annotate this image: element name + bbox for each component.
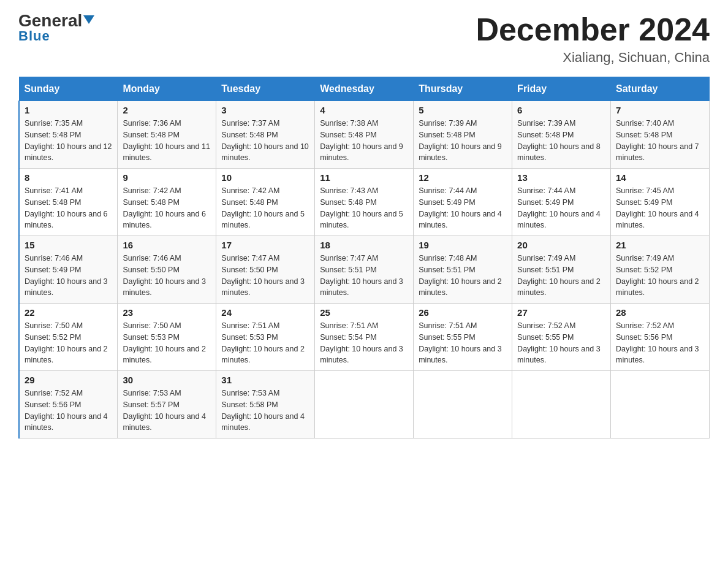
header-friday: Friday: [512, 77, 611, 101]
day-number: 26: [419, 307, 507, 318]
calendar-week-row: 29Sunrise: 7:52 AMSunset: 5:56 PMDayligh…: [19, 371, 710, 439]
day-info: Sunrise: 7:47 AMSunset: 5:50 PMDaylight:…: [221, 253, 309, 299]
table-row: [315, 371, 414, 439]
day-info: Sunrise: 7:52 AMSunset: 5:55 PMDaylight:…: [517, 320, 605, 366]
calendar-week-row: 8Sunrise: 7:41 AMSunset: 5:48 PMDaylight…: [19, 169, 710, 236]
day-number: 24: [221, 307, 309, 318]
day-number: 6: [517, 105, 605, 115]
day-info: Sunrise: 7:37 AMSunset: 5:48 PMDaylight:…: [221, 118, 309, 164]
day-number: 12: [419, 172, 507, 183]
day-info: Sunrise: 7:39 AMSunset: 5:48 PMDaylight:…: [517, 118, 605, 164]
day-number: 14: [616, 172, 704, 183]
day-number: 23: [123, 307, 211, 318]
calendar-title: December 2024: [476, 12, 710, 47]
table-row: 5Sunrise: 7:39 AMSunset: 5:48 PMDaylight…: [414, 101, 512, 169]
day-info: Sunrise: 7:38 AMSunset: 5:48 PMDaylight:…: [320, 118, 408, 164]
day-number: 10: [221, 172, 309, 183]
table-row: 4Sunrise: 7:38 AMSunset: 5:48 PMDaylight…: [315, 101, 414, 169]
table-row: 7Sunrise: 7:40 AMSunset: 5:48 PMDaylight…: [611, 101, 710, 169]
day-info: Sunrise: 7:53 AMSunset: 5:58 PMDaylight:…: [221, 388, 309, 434]
day-info: Sunrise: 7:48 AMSunset: 5:51 PMDaylight:…: [419, 253, 507, 299]
day-number: 16: [123, 240, 211, 250]
table-row: 26Sunrise: 7:51 AMSunset: 5:55 PMDayligh…: [414, 304, 512, 371]
day-info: Sunrise: 7:44 AMSunset: 5:49 PMDaylight:…: [517, 185, 605, 231]
day-info: Sunrise: 7:35 AMSunset: 5:48 PMDaylight:…: [25, 118, 112, 164]
day-info: Sunrise: 7:41 AMSunset: 5:48 PMDaylight:…: [25, 185, 112, 231]
table-row: 9Sunrise: 7:42 AMSunset: 5:48 PMDaylight…: [118, 169, 216, 236]
day-info: Sunrise: 7:46 AMSunset: 5:50 PMDaylight:…: [123, 253, 211, 299]
table-row: 27Sunrise: 7:52 AMSunset: 5:55 PMDayligh…: [512, 304, 611, 371]
calendar-week-row: 1Sunrise: 7:35 AMSunset: 5:48 PMDaylight…: [19, 101, 710, 169]
table-row: 1Sunrise: 7:35 AMSunset: 5:48 PMDaylight…: [19, 101, 118, 169]
header-saturday: Saturday: [611, 77, 710, 101]
day-number: 1: [25, 105, 112, 115]
day-number: 8: [25, 172, 112, 183]
table-row: 16Sunrise: 7:46 AMSunset: 5:50 PMDayligh…: [118, 236, 216, 304]
table-row: 20Sunrise: 7:49 AMSunset: 5:51 PMDayligh…: [512, 236, 611, 304]
table-row: 17Sunrise: 7:47 AMSunset: 5:50 PMDayligh…: [216, 236, 315, 304]
table-row: [512, 371, 611, 439]
day-info: Sunrise: 7:53 AMSunset: 5:57 PMDaylight:…: [123, 388, 211, 434]
day-info: Sunrise: 7:50 AMSunset: 5:52 PMDaylight:…: [25, 320, 112, 366]
day-number: 30: [123, 375, 211, 385]
table-row: 24Sunrise: 7:51 AMSunset: 5:53 PMDayligh…: [216, 304, 315, 371]
table-row: 13Sunrise: 7:44 AMSunset: 5:49 PMDayligh…: [512, 169, 611, 236]
table-row: 23Sunrise: 7:50 AMSunset: 5:53 PMDayligh…: [118, 304, 216, 371]
day-number: 28: [616, 307, 704, 318]
title-area: December 2024 Xialiang, Sichuan, China: [476, 12, 710, 66]
table-row: [414, 371, 512, 439]
day-number: 2: [123, 105, 211, 115]
day-info: Sunrise: 7:47 AMSunset: 5:51 PMDaylight:…: [320, 253, 408, 299]
day-number: 29: [25, 375, 112, 385]
day-info: Sunrise: 7:52 AMSunset: 5:56 PMDaylight:…: [25, 388, 112, 434]
page-header: General Blue December 2024 Xialiang, Sic…: [18, 12, 710, 66]
day-number: 13: [517, 172, 605, 183]
table-row: 22Sunrise: 7:50 AMSunset: 5:52 PMDayligh…: [19, 304, 118, 371]
table-row: 10Sunrise: 7:42 AMSunset: 5:48 PMDayligh…: [216, 169, 315, 236]
table-row: 14Sunrise: 7:45 AMSunset: 5:49 PMDayligh…: [611, 169, 710, 236]
day-number: 5: [419, 105, 507, 115]
day-number: 9: [123, 172, 211, 183]
day-info: Sunrise: 7:51 AMSunset: 5:53 PMDaylight:…: [221, 320, 309, 366]
day-info: Sunrise: 7:40 AMSunset: 5:48 PMDaylight:…: [616, 118, 704, 164]
day-number: 17: [221, 240, 309, 250]
table-row: 29Sunrise: 7:52 AMSunset: 5:56 PMDayligh…: [19, 371, 118, 439]
table-row: 11Sunrise: 7:43 AMSunset: 5:48 PMDayligh…: [315, 169, 414, 236]
calendar-subtitle: Xialiang, Sichuan, China: [476, 50, 710, 66]
table-row: 25Sunrise: 7:51 AMSunset: 5:54 PMDayligh…: [315, 304, 414, 371]
table-row: 18Sunrise: 7:47 AMSunset: 5:51 PMDayligh…: [315, 236, 414, 304]
table-row: 19Sunrise: 7:48 AMSunset: 5:51 PMDayligh…: [414, 236, 512, 304]
day-info: Sunrise: 7:42 AMSunset: 5:48 PMDaylight:…: [221, 185, 309, 231]
day-info: Sunrise: 7:49 AMSunset: 5:51 PMDaylight:…: [517, 253, 605, 299]
day-info: Sunrise: 7:43 AMSunset: 5:48 PMDaylight:…: [320, 185, 408, 231]
day-info: Sunrise: 7:39 AMSunset: 5:48 PMDaylight:…: [419, 118, 507, 164]
table-row: 6Sunrise: 7:39 AMSunset: 5:48 PMDaylight…: [512, 101, 611, 169]
day-info: Sunrise: 7:51 AMSunset: 5:55 PMDaylight:…: [419, 320, 507, 366]
header-wednesday: Wednesday: [315, 77, 414, 101]
day-info: Sunrise: 7:51 AMSunset: 5:54 PMDaylight:…: [320, 320, 408, 366]
table-row: 2Sunrise: 7:36 AMSunset: 5:48 PMDaylight…: [118, 101, 216, 169]
calendar-header-row: Sunday Monday Tuesday Wednesday Thursday…: [19, 77, 710, 101]
table-row: 12Sunrise: 7:44 AMSunset: 5:49 PMDayligh…: [414, 169, 512, 236]
day-number: 3: [221, 105, 309, 115]
day-info: Sunrise: 7:45 AMSunset: 5:49 PMDaylight:…: [616, 185, 704, 231]
logo-triangle-icon: [83, 15, 94, 24]
day-number: 31: [221, 375, 309, 385]
calendar-week-row: 15Sunrise: 7:46 AMSunset: 5:49 PMDayligh…: [19, 236, 710, 304]
day-info: Sunrise: 7:42 AMSunset: 5:48 PMDaylight:…: [123, 185, 211, 231]
logo-general: General: [18, 12, 94, 29]
day-number: 18: [320, 240, 408, 250]
day-number: 19: [419, 240, 507, 250]
day-number: 15: [25, 240, 112, 250]
header-thursday: Thursday: [414, 77, 512, 101]
table-row: [611, 371, 710, 439]
day-number: 20: [517, 240, 605, 250]
day-info: Sunrise: 7:46 AMSunset: 5:49 PMDaylight:…: [25, 253, 112, 299]
table-row: 15Sunrise: 7:46 AMSunset: 5:49 PMDayligh…: [19, 236, 118, 304]
day-info: Sunrise: 7:50 AMSunset: 5:53 PMDaylight:…: [123, 320, 211, 366]
day-info: Sunrise: 7:49 AMSunset: 5:52 PMDaylight:…: [616, 253, 704, 299]
day-info: Sunrise: 7:36 AMSunset: 5:48 PMDaylight:…: [123, 118, 211, 164]
day-number: 21: [616, 240, 704, 250]
header-tuesday: Tuesday: [216, 77, 315, 101]
logo: General Blue: [18, 12, 94, 44]
